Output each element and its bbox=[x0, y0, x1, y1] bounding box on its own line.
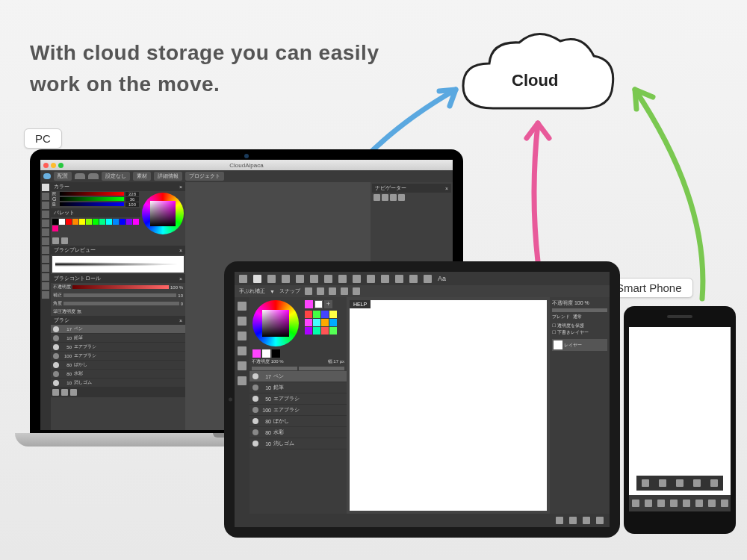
crop-icon[interactable] bbox=[381, 275, 389, 283]
toolbar-detail[interactable]: 詳細情報 bbox=[154, 172, 182, 181]
move-tool-icon[interactable] bbox=[42, 211, 49, 218]
layer-thumb[interactable] bbox=[554, 340, 562, 349]
dup-brush-icon[interactable] bbox=[61, 389, 68, 396]
snap-radial-icon[interactable] bbox=[353, 287, 360, 295]
swatch[interactable] bbox=[66, 219, 72, 225]
swatch[interactable] bbox=[313, 319, 320, 326]
t-rotate-icon[interactable] bbox=[238, 376, 247, 385]
b-slider[interactable] bbox=[60, 202, 124, 206]
flip-h-icon[interactable] bbox=[324, 275, 332, 283]
curve2-icon[interactable] bbox=[88, 173, 99, 179]
brush-item[interactable]: 100エアブラシ bbox=[249, 405, 347, 416]
t-opacity-slider[interactable] bbox=[252, 367, 297, 370]
brush-item[interactable]: 80水彩 bbox=[51, 370, 185, 379]
angle-slider[interactable] bbox=[63, 302, 179, 305]
text-icon[interactable]: Aa bbox=[438, 275, 446, 283]
swatch[interactable] bbox=[52, 225, 58, 231]
pb-undo-icon[interactable] bbox=[683, 500, 690, 507]
brush-item[interactable]: 10鉛筆 bbox=[51, 334, 185, 343]
pb-layers-icon[interactable] bbox=[708, 500, 716, 507]
transform-icon[interactable] bbox=[424, 275, 432, 283]
swatch[interactable] bbox=[305, 327, 312, 335]
r-value[interactable]: 228 bbox=[125, 192, 139, 196]
swatch[interactable] bbox=[79, 219, 85, 225]
doc-icon[interactable] bbox=[52, 237, 59, 244]
tb-add-icon[interactable] bbox=[569, 517, 577, 524]
tablet-canvas[interactable]: HELP bbox=[350, 300, 547, 511]
redo-icon[interactable] bbox=[282, 275, 290, 283]
snap-grid-icon[interactable] bbox=[305, 287, 312, 295]
layer-name[interactable]: レイヤー bbox=[564, 342, 582, 349]
p-fill-icon[interactable] bbox=[693, 479, 701, 487]
lasso-tool-icon[interactable] bbox=[42, 255, 49, 263]
pb-eraser-icon[interactable] bbox=[645, 500, 652, 507]
menu-icon[interactable] bbox=[239, 275, 247, 283]
brush-item[interactable]: 80水彩 bbox=[249, 427, 347, 438]
brush-item[interactable]: 17ペン bbox=[51, 325, 185, 334]
tb-layer-icon[interactable] bbox=[556, 517, 563, 524]
pb-brush-icon[interactable] bbox=[632, 500, 639, 507]
bg-color[interactable] bbox=[314, 300, 323, 308]
swatch[interactable] bbox=[305, 311, 312, 318]
t-move-icon[interactable] bbox=[238, 361, 247, 370]
r-slider[interactable] bbox=[60, 192, 124, 196]
blend-value[interactable]: 通常 bbox=[573, 314, 582, 320]
brush-item[interactable]: 10消しゴム bbox=[51, 379, 185, 388]
deselect-icon[interactable] bbox=[409, 275, 418, 283]
checkbox-icon[interactable]: ☐ bbox=[552, 323, 556, 328]
swatch[interactable] bbox=[99, 219, 105, 225]
swatch[interactable] bbox=[313, 327, 320, 335]
swatch[interactable] bbox=[329, 319, 337, 326]
swatch[interactable] bbox=[133, 219, 139, 225]
copy-icon[interactable] bbox=[296, 275, 304, 283]
brush-item[interactable]: 50エアブラシ bbox=[51, 343, 185, 352]
pb-menu-icon[interactable] bbox=[721, 500, 728, 507]
rotate-icon[interactable] bbox=[398, 194, 405, 201]
brush-item[interactable]: 17ペン bbox=[249, 371, 347, 382]
color-chip-3[interactable] bbox=[272, 349, 280, 358]
t-layer-opacity-slider[interactable] bbox=[552, 308, 607, 312]
g-slider[interactable] bbox=[60, 197, 124, 201]
bucket-tool-icon[interactable] bbox=[42, 228, 49, 236]
snap-vanish-icon[interactable] bbox=[341, 287, 348, 295]
snap-para-icon[interactable] bbox=[317, 287, 324, 295]
p-move-icon[interactable] bbox=[710, 479, 718, 487]
pb-redo-icon[interactable] bbox=[695, 500, 703, 507]
toolbar-project[interactable]: プロジェクト bbox=[185, 172, 224, 181]
swatch[interactable] bbox=[329, 327, 337, 335]
toolbar-nosetting[interactable]: 設定なし bbox=[102, 172, 130, 181]
rotate-r-icon[interactable] bbox=[367, 275, 375, 283]
swatch[interactable] bbox=[313, 311, 320, 318]
p-pencil-icon[interactable] bbox=[642, 479, 649, 487]
paste-icon[interactable] bbox=[310, 275, 318, 283]
brush-item[interactable]: 50エアブラシ bbox=[249, 393, 347, 405]
gradient-tool-icon[interactable] bbox=[42, 237, 49, 245]
swatch[interactable] bbox=[93, 219, 99, 225]
tablet-color-wheel[interactable] bbox=[252, 300, 299, 346]
color-chip-1[interactable] bbox=[252, 349, 261, 358]
fit-icon[interactable] bbox=[390, 194, 397, 201]
minimize-icon[interactable] bbox=[51, 163, 56, 168]
b-value[interactable]: 100 bbox=[125, 202, 139, 207]
zoom-icon[interactable] bbox=[58, 163, 63, 168]
tablet-palette[interactable] bbox=[305, 311, 342, 335]
swatch[interactable] bbox=[59, 219, 65, 225]
pb-select-icon[interactable] bbox=[670, 500, 678, 507]
checkbox-icon[interactable]: ☐ bbox=[552, 330, 556, 335]
swatch[interactable] bbox=[120, 219, 125, 225]
traffic-lights[interactable] bbox=[43, 163, 63, 168]
close-icon[interactable] bbox=[43, 163, 49, 168]
zoom-out-icon[interactable] bbox=[382, 194, 388, 201]
cloud-icon[interactable] bbox=[43, 173, 51, 179]
undo-icon[interactable] bbox=[267, 275, 276, 283]
swatch[interactable] bbox=[329, 311, 337, 318]
swatch[interactable] bbox=[113, 219, 119, 225]
brush-item[interactable]: 10消しゴム bbox=[249, 438, 347, 449]
fg-color[interactable] bbox=[305, 300, 313, 308]
swatch[interactable] bbox=[52, 219, 58, 225]
brush-item[interactable]: 80ぼかし bbox=[249, 416, 347, 427]
brush-item[interactable]: 100エアブラシ bbox=[51, 352, 185, 361]
add-brush-icon[interactable] bbox=[52, 389, 59, 396]
swatch[interactable] bbox=[305, 319, 312, 326]
t-width-slider[interactable] bbox=[299, 367, 344, 370]
